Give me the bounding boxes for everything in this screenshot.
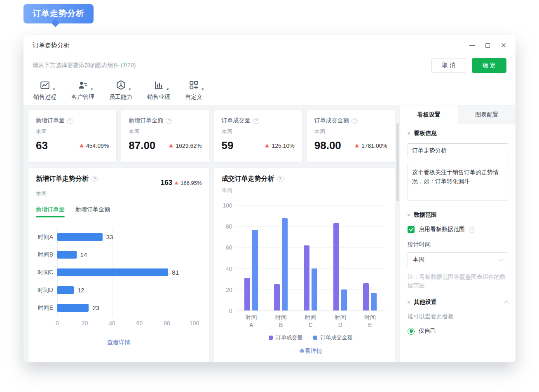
legend-item[interactable]: 订单成交金额 [313, 334, 352, 341]
dialog-content: 新增订单量 ? 本周 63 454.09% 新增订单金额 ? 本周 87.00 … [23, 105, 516, 362]
stat-card-title-text: 新增订单金额 [129, 117, 163, 124]
component-count-prompt: 请从下方选择需要添加的图表组件 (7/20) [33, 62, 136, 69]
section-other-settings: 其他设置 [408, 299, 508, 306]
chart-metric-tabs: 新增订单量 新增订单金额 [36, 206, 202, 217]
up-triangle-icon [265, 144, 269, 147]
only-me-radio[interactable] [408, 328, 415, 335]
stat-card-delta: 454.09% [80, 142, 109, 149]
stat-card-value: 63 [36, 139, 48, 152]
help-icon[interactable]: ? [166, 118, 172, 124]
vbar-bar[interactable] [282, 218, 288, 310]
vbar-bar[interactable] [244, 278, 250, 310]
stat-card-title: 新增订单金额 ? [129, 117, 202, 124]
tab-board-settings[interactable]: 看板设置 [400, 105, 458, 124]
chart-card-deal-order-trend: 成交订单走势分析 ? 本周 100806040200 时间A时间B时间C时间D时… [214, 168, 396, 362]
help-icon[interactable]: ? [91, 176, 98, 182]
legend-item[interactable]: 订单成交量 [269, 334, 302, 341]
vbar-group [237, 205, 266, 310]
hbar-row: 12 [57, 281, 195, 299]
confirm-button[interactable]: 确定 [472, 58, 506, 73]
vbar-bar[interactable] [341, 289, 347, 310]
toolbar-item-sales-process[interactable]: 销售过程 [33, 79, 56, 105]
toolbar-item-label: 自定义 [185, 93, 202, 101]
bullet-dot-icon [408, 214, 410, 216]
vbar-plot-area: 时间A时间B时间C时间D时间E 订单成交量订单成交金额 查看详情 [237, 205, 385, 355]
scrollbar[interactable] [396, 123, 399, 201]
vbar-legend: 订单成交量订单成交金额 [237, 334, 385, 341]
dialog-title: 订单走势分析 [33, 42, 70, 49]
vbar-bar[interactable] [363, 283, 369, 310]
vbar-category: 时间A [237, 314, 266, 329]
chevron-down-icon [129, 89, 131, 90]
view-details-link[interactable]: 查看详情 [237, 348, 385, 355]
toolbar-item-custom[interactable]: 自定义 [185, 79, 202, 105]
tab-new-order-count[interactable]: 新增订单量 [36, 206, 65, 217]
vbar-ytick: 80 [226, 223, 232, 230]
help-icon[interactable]: ? [67, 118, 73, 124]
hbar-category: 时间B [36, 246, 57, 264]
dialog-actions: 取消 确定 [431, 58, 506, 73]
toolbar-item-employee-ability[interactable]: 员工能力 [109, 79, 132, 105]
toolbar-item-label: 销售过程 [33, 93, 56, 101]
chart-card-new-order-trend: 新增订单走势分析 ? 163 166.95% 本周 新增订单量 [28, 168, 210, 362]
chevron-up-icon[interactable] [504, 301, 509, 305]
stat-card-delta-value: 1781.00% [361, 142, 387, 149]
stat-card-delta: 1781.00% [355, 142, 387, 149]
dialog-header-row: 请从下方选择需要添加的图表组件 (7/20) 取消 确定 [23, 52, 516, 75]
chart-summary: 163 166.95% [161, 175, 202, 187]
vbar-bar[interactable] [274, 284, 280, 310]
legend-swatch [313, 336, 317, 340]
hbar-bar[interactable] [57, 233, 103, 241]
help-icon[interactable]: ? [253, 118, 259, 124]
board-name-input[interactable] [408, 143, 508, 158]
vbar-bar[interactable] [252, 230, 258, 310]
enable-data-range-checkbox[interactable] [408, 226, 415, 233]
stat-card-delta: 1629.62% [169, 142, 202, 149]
hbar-xtick: 100 [190, 320, 199, 327]
vbar-bar[interactable] [333, 223, 339, 310]
help-icon[interactable]: ? [469, 226, 475, 233]
cancel-button[interactable]: 取消 [431, 58, 466, 73]
hbar-bar[interactable] [57, 268, 168, 276]
hbar-label-col: 时间A时间B时间C时间D时间E [36, 228, 57, 317]
vbar-bar[interactable] [371, 293, 377, 310]
bullet-dot-icon [408, 132, 410, 135]
hbar-bar[interactable] [57, 286, 74, 294]
up-triangle-icon [355, 144, 359, 147]
board-description-textarea[interactable]: 这个看板关注于销售订单的走势情况，如：订单转化漏斗 [408, 164, 508, 201]
custom-widget-icon [187, 79, 201, 91]
order-trend-dialog: 订单走势分析 ✕ 请从下方选择需要添加的图表组件 (7/20) 取消 确定 [23, 35, 516, 362]
hbar-bar[interactable] [57, 251, 77, 259]
vbar-group [355, 205, 385, 310]
hbar-xtick: 60 [136, 320, 143, 327]
enable-data-range-row: 启用看板数据范围 ? [408, 226, 508, 233]
toolbar-item-sales-performance[interactable]: 销售业绩 [147, 79, 170, 105]
maximize-icon[interactable] [485, 43, 490, 48]
help-icon[interactable]: ? [352, 118, 358, 124]
help-icon[interactable]: ? [277, 176, 284, 182]
tab-chart-config[interactable]: 图表配置 [458, 105, 516, 124]
vbar-bar[interactable] [304, 245, 309, 310]
tab-new-order-amount[interactable]: 新增订单金额 [75, 206, 110, 217]
hbar-category: 时间C [36, 264, 57, 281]
stat-card-title: 新增订单量 ? [36, 117, 109, 124]
toolbar-item-label: 客户管理 [71, 93, 94, 101]
minimize-icon[interactable] [469, 45, 475, 46]
vbar-bar[interactable] [312, 268, 317, 310]
hbar-category: 时间D [36, 281, 57, 299]
hbar-bar[interactable] [57, 304, 89, 312]
stat-time-select[interactable]: 本周 [408, 252, 508, 267]
checkbox-label: 启用看板数据范围 [419, 226, 465, 233]
vbar-ytick: 100 [223, 202, 232, 209]
badge-pointer [51, 19, 60, 27]
close-icon[interactable]: ✕ [501, 42, 506, 49]
chart-period: 本周 [222, 187, 388, 194]
vbar-yaxis: 100806040200 [222, 205, 237, 311]
stat-card: 订单成交量 ? 本周 59 125.10% [214, 110, 302, 163]
summary-value: 163 [161, 179, 172, 187]
hbar-row: 33 [57, 228, 195, 246]
toolbar-item-label: 销售业绩 [147, 93, 170, 101]
view-details-link[interactable]: 查看详情 [36, 339, 202, 346]
up-triangle-icon [175, 181, 178, 184]
toolbar-item-customer-management[interactable]: 客户管理 [71, 79, 94, 105]
